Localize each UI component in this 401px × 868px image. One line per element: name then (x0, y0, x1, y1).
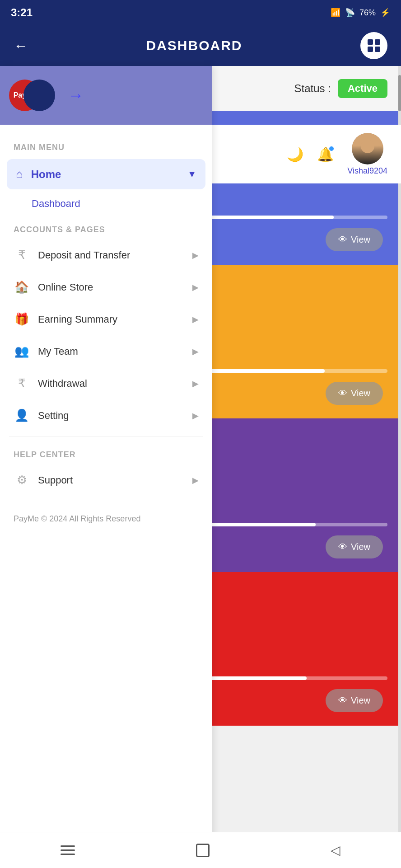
card-red-view-label: View (351, 695, 370, 706)
sidebar-item-my-team[interactable]: 👥 My Team ▶ (0, 335, 212, 367)
username-label: Vishal9204 (347, 166, 387, 176)
sidebar-logo-bar: PayMe → (0, 66, 212, 125)
battery-display: 76% (359, 8, 376, 18)
avatar (352, 133, 383, 164)
moon-icon[interactable]: 🌙 (287, 146, 303, 162)
card-orange-progress-bar (208, 369, 387, 373)
support-label: Support (38, 474, 184, 486)
card-purple-view-label: View (351, 542, 370, 552)
withdrawal-chevron-icon: ▶ (192, 379, 199, 389)
team-icon: 👥 (14, 344, 30, 358)
bell-icon[interactable]: 🔔 (317, 146, 334, 162)
eye-icon-2: 👁 (338, 388, 347, 399)
help-section-label: HELP CENTER (0, 441, 212, 464)
eye-icon: 👁 (338, 235, 347, 245)
sidebar-item-withdrawal[interactable]: ₹ Withdrawal ▶ (0, 367, 212, 399)
status-bar-right: 📶 📡 76% ⚡ (331, 8, 390, 18)
sidebar-item-dashboard[interactable]: Dashboard (0, 192, 212, 216)
square-icon (196, 844, 210, 857)
home-label: Home (31, 168, 179, 181)
card-orange: 👁 View (194, 265, 401, 418)
support-icon: ⚙ (14, 473, 30, 487)
card-blue-progress-bar (208, 216, 387, 219)
bottom-nav-home-button[interactable] (196, 844, 210, 857)
status-label: Status : (294, 82, 331, 95)
accounts-section-label: ACCOUNTS & PAGES (0, 216, 212, 239)
logo-container: PayMe (9, 77, 54, 113)
store-label: Online Store (38, 282, 184, 293)
main-menu-section-label: MAIN MENU (0, 134, 212, 157)
time-display: 3:21 (11, 6, 33, 19)
grid-menu-button[interactable] (360, 32, 387, 59)
store-icon: 🏠 (14, 280, 30, 294)
card-purple-progress-bar (208, 523, 387, 526)
setting-icon: 👤 (14, 408, 30, 422)
team-chevron-icon: ▶ (192, 347, 199, 357)
earning-label: Earning Summary (38, 314, 184, 325)
store-chevron-icon: ▶ (192, 282, 199, 292)
sidebar: PayMe → MAIN MENU ⌂ Home ▼ Dashboard ACC… (0, 66, 212, 868)
card-red-progress-fill (208, 676, 307, 680)
scroll-thumb[interactable] (398, 75, 401, 111)
main-wrapper: PayMe → MAIN MENU ⌂ Home ▼ Dashboard ACC… (0, 66, 401, 868)
card-blue-progress-fill (208, 216, 334, 219)
bottom-nav-menu-button[interactable] (61, 845, 75, 855)
card-red-view-button[interactable]: 👁 View (326, 689, 383, 712)
signal-icon: 📡 (345, 8, 355, 18)
eye-icon-4: 👁 (338, 695, 347, 706)
back-triangle-icon: ◁ (331, 843, 340, 858)
home-chevron-icon: ▼ (187, 169, 196, 179)
sidebar-footer: PayMe © 2024 All Rights Reserved (0, 505, 212, 537)
card-blue-view-label: View (351, 235, 370, 245)
bottom-navigation: ◁ (0, 832, 401, 868)
status-bar: 3:21 📶 📡 76% ⚡ (0, 0, 401, 25)
card-orange-view-button[interactable]: 👁 View (326, 382, 383, 405)
scrollbar[interactable] (398, 66, 401, 868)
team-label: My Team (38, 346, 184, 357)
sidebar-top-right: 🌙 🔔 Vishal9204 (212, 125, 401, 183)
content-area: Status : Active 👁 View 👁 V (194, 66, 401, 868)
card-purple: 👁 View (194, 418, 401, 572)
dashboard-label: Dashboard (32, 198, 80, 209)
sidebar-item-online-store[interactable]: 🏠 Online Store ▶ (0, 271, 212, 303)
deposit-icon: ₹ (14, 248, 30, 262)
home-icon: ⌂ (16, 167, 23, 181)
withdrawal-label: Withdrawal (38, 378, 184, 389)
card-red-progress-bar (208, 676, 387, 680)
sidebar-content: MAIN MENU ⌂ Home ▼ Dashboard ACCOUNTS & … (0, 125, 212, 546)
card-orange-progress-fill (208, 369, 325, 373)
sidebar-item-setting[interactable]: 👤 Setting ▶ (0, 399, 212, 432)
earning-icon: 🎁 (14, 312, 30, 326)
wifi-icon: 📶 (331, 8, 340, 18)
setting-label: Setting (38, 410, 184, 422)
card-purple-view-button[interactable]: 👁 View (326, 535, 383, 558)
logo-dark-circle (23, 80, 55, 111)
app-header: ← DASHBOARD (0, 25, 401, 66)
hamburger-icon (61, 845, 75, 855)
sidebar-item-home[interactable]: ⌂ Home ▼ (7, 159, 205, 189)
earning-chevron-icon: ▶ (192, 314, 199, 324)
status-section: Status : Active (194, 66, 401, 111)
page-title: DASHBOARD (146, 38, 242, 53)
avatar-face (352, 133, 383, 164)
setting-chevron-icon: ▶ (192, 411, 199, 421)
back-button[interactable]: ← (14, 38, 28, 54)
grid-icon (368, 39, 380, 52)
deposit-label: Deposit and Transfer (38, 249, 184, 261)
notification-dot (329, 146, 334, 151)
avatar-container[interactable]: Vishal9204 (347, 133, 387, 176)
sidebar-item-support[interactable]: ⚙ Support ▶ (0, 464, 212, 496)
nav-divider (9, 436, 203, 436)
withdrawal-icon: ₹ (14, 376, 30, 390)
card-red: 👁 View (194, 572, 401, 726)
sidebar-item-deposit[interactable]: ₹ Deposit and Transfer ▶ (0, 239, 212, 271)
card-orange-view-label: View (351, 388, 370, 399)
card-blue-view-button[interactable]: 👁 View (326, 228, 383, 251)
support-chevron-icon: ▶ (192, 475, 199, 485)
sidebar-item-earning-summary[interactable]: 🎁 Earning Summary ▶ (0, 303, 212, 335)
eye-icon-3: 👁 (338, 542, 347, 552)
deposit-chevron-icon: ▶ (192, 250, 199, 260)
status-badge: Active (338, 79, 387, 98)
bottom-nav-back-button[interactable]: ◁ (331, 843, 340, 858)
sidebar-expand-icon[interactable]: → (68, 86, 84, 105)
